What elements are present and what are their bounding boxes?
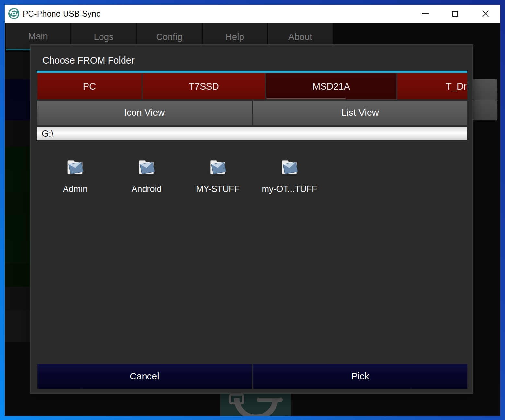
sync-icon — [220, 393, 291, 416]
background-row — [5, 79, 31, 100]
dialog-actions-row: Cancel Pick — [37, 364, 467, 389]
background-row — [5, 52, 31, 79]
background-row — [5, 147, 31, 170]
folder-label: Android — [114, 184, 179, 194]
choose-from-folder-dialog: Choose FROM Folder PC T7SSD MSD21A T_Dri… — [31, 45, 472, 393]
folder-label: Admin — [43, 184, 108, 194]
background-row — [5, 264, 31, 287]
maximize-icon — [452, 11, 458, 17]
drive-tabs-scrollbar[interactable] — [266, 98, 346, 99]
background-row — [5, 287, 31, 310]
title-bar: PC-Phone USB Sync — [5, 5, 500, 23]
window-controls — [410, 5, 500, 23]
folder-icon — [207, 158, 228, 176]
app-logo-icon — [8, 7, 20, 20]
folder-item-my-stuff[interactable]: MY-STUFF — [185, 158, 250, 194]
sync-button-fragment — [220, 393, 291, 416]
window-title: PC-Phone USB Sync — [23, 9, 100, 18]
folder-icon — [136, 158, 157, 176]
folder-label: my-OT...TUFF — [257, 184, 322, 194]
background-row — [5, 100, 31, 120]
drive-tabs-row: PC T7SSD MSD21A T_Drive — [37, 73, 467, 99]
drive-button-msd21a[interactable]: MSD21A — [266, 73, 396, 99]
background-row — [5, 214, 31, 241]
pick-button[interactable]: Pick — [253, 364, 467, 389]
folder-icon — [279, 158, 300, 176]
background-button-fragment — [472, 100, 497, 120]
current-path-field[interactable] — [37, 127, 467, 140]
close-button[interactable] — [470, 5, 500, 23]
icon-view-button[interactable]: Icon View — [37, 101, 252, 125]
drive-button-pc[interactable]: PC — [37, 73, 142, 99]
background-row — [5, 310, 31, 342]
background-row — [5, 192, 31, 214]
folder-icon — [65, 158, 86, 176]
folder-item-my-other-stuff[interactable]: my-OT...TUFF — [257, 158, 322, 194]
background-row — [5, 241, 31, 264]
minimize-button[interactable] — [410, 5, 440, 23]
drive-button-t-drive[interactable]: T_Drive — [397, 73, 467, 99]
minimize-icon — [422, 13, 429, 14]
folder-label: MY-STUFF — [185, 184, 250, 194]
dialog-accent-divider — [37, 71, 467, 73]
list-view-button[interactable]: List View — [253, 101, 467, 125]
folder-item-admin[interactable]: Admin — [43, 158, 108, 194]
desktop-background: PC-Phone USB Sync Main Logs Config Help … — [0, 0, 505, 420]
maximize-button[interactable] — [440, 5, 470, 23]
app-window: PC-Phone USB Sync Main Logs Config Help … — [5, 5, 500, 416]
drive-button-t7ssd[interactable]: T7SSD — [143, 73, 265, 99]
dialog-title: Choose FROM Folder — [42, 55, 135, 66]
background-row — [5, 170, 31, 192]
background-button-fragment — [472, 79, 497, 100]
folder-item-android[interactable]: Android — [114, 158, 179, 194]
background-row — [5, 120, 31, 147]
view-toggle-row: Icon View List View — [37, 101, 467, 125]
cancel-button[interactable]: Cancel — [37, 364, 252, 389]
close-icon — [482, 10, 489, 17]
